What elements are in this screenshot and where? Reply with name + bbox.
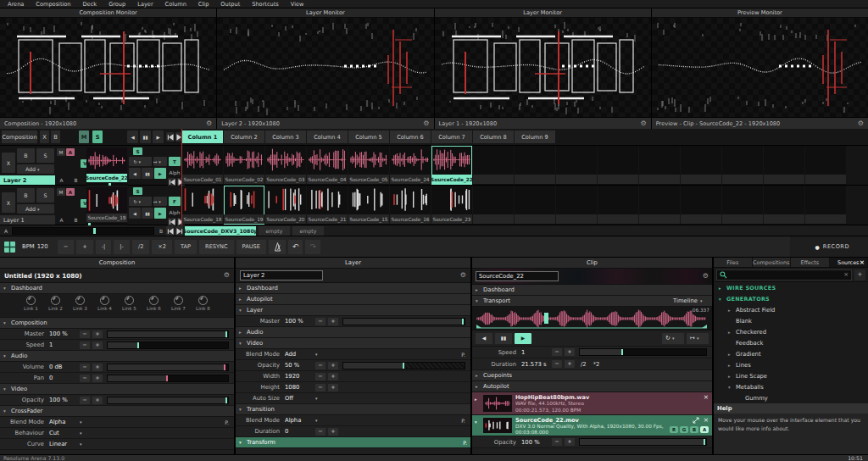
tab-compositions[interactable]: Compositions bbox=[753, 258, 792, 267]
menu-layer[interactable]: Layer bbox=[131, 1, 159, 8]
increment-button[interactable]: + bbox=[328, 373, 338, 380]
layer-mute-button[interactable]: M bbox=[57, 148, 65, 156]
section-header-audio[interactable]: ▾Audio bbox=[0, 351, 234, 362]
param-value[interactable]: Linear bbox=[49, 441, 80, 447]
decrement-button[interactable]: − bbox=[80, 330, 90, 338]
param-slider[interactable] bbox=[107, 364, 229, 371]
tab-files[interactable]: Files bbox=[714, 258, 753, 267]
empty-clip-cell[interactable] bbox=[639, 146, 680, 185]
prev-frame-button[interactable]: ◀ bbox=[129, 168, 141, 179]
section-header-video[interactable]: ▾Video bbox=[0, 384, 234, 395]
menu-clip[interactable]: Clip bbox=[192, 1, 214, 8]
increment-button[interactable]: + bbox=[328, 384, 338, 392]
clear-layer-button[interactable]: X bbox=[2, 192, 15, 213]
increment-button[interactable]: + bbox=[92, 330, 103, 338]
clip-name-input[interactable]: SourceCode_22 bbox=[476, 271, 559, 281]
record-button[interactable]: ●RECORD bbox=[790, 236, 868, 257]
master-solo-button[interactable]: S bbox=[92, 131, 103, 143]
scale-button-2[interactable]: /2 bbox=[577, 361, 590, 368]
clip-cell-sourcecode-05[interactable]: SourceCode_05 bbox=[348, 146, 389, 185]
dashboard-link-3[interactable]: Link 3 bbox=[71, 296, 90, 317]
clip-solo-button[interactable]: S bbox=[133, 187, 142, 195]
clear-all-button[interactable]: X bbox=[40, 131, 49, 143]
empty-clip-cell[interactable] bbox=[598, 186, 638, 225]
column-header-1[interactable]: Column 1 bbox=[182, 131, 223, 143]
empty-clip-cell[interactable] bbox=[598, 146, 638, 185]
clip-cell-sourcecode-23[interactable]: SourceCode_23 bbox=[431, 186, 472, 225]
layer-blend-dropdown[interactable]: Add▾ bbox=[17, 204, 54, 214]
loop-mode-button[interactable]: ↻▾ bbox=[662, 333, 684, 344]
param-value[interactable]: 1920 bbox=[285, 373, 315, 380]
column-header-4[interactable]: Column 4 bbox=[307, 131, 348, 143]
menu-shortcuts[interactable]: Shortcuts bbox=[246, 1, 285, 8]
video-file-card[interactable]: ▾SourceCode_22.movDXV 3.0 Normal Quality… bbox=[472, 415, 712, 436]
loop-mode-button[interactable]: ↻▾ bbox=[129, 157, 152, 166]
empty-clip-cell[interactable] bbox=[681, 146, 721, 185]
decrement-button[interactable]: − bbox=[315, 318, 326, 325]
layer-name[interactable]: Layer 2 bbox=[0, 175, 55, 185]
pause-button[interactable]: ▮▮ bbox=[142, 208, 153, 219]
pause-all-button[interactable]: ▮▮ bbox=[140, 131, 151, 143]
bpm-button-item[interactable]: − bbox=[58, 240, 75, 254]
menu-view[interactable]: View bbox=[285, 1, 310, 8]
section-header-audio[interactable]: ▸Audio bbox=[236, 327, 470, 338]
channel-a-chip[interactable]: A bbox=[700, 426, 709, 433]
active-clip-name[interactable]: SourceCode_22 bbox=[86, 174, 127, 182]
expand-icon[interactable] bbox=[693, 417, 699, 424]
menu-output[interactable]: Output bbox=[214, 1, 246, 8]
crossfade-a-assign[interactable]: A bbox=[58, 216, 65, 224]
dashboard-link-6[interactable]: Link 6 bbox=[145, 296, 164, 317]
channel-g-chip[interactable]: G bbox=[680, 426, 688, 433]
section-header-layer[interactable]: ▾Layer bbox=[236, 305, 470, 316]
param-value[interactable]: Off bbox=[285, 395, 315, 402]
bypass-all-button[interactable]: B bbox=[51, 131, 60, 143]
increment-button[interactable]: + bbox=[565, 438, 575, 446]
clip-cell-sourcecode-02[interactable]: SourceCode_02 bbox=[224, 146, 264, 185]
tab-effects[interactable]: Effects bbox=[791, 258, 830, 267]
empty-clip-cell[interactable] bbox=[681, 186, 721, 225]
layer-name-input[interactable]: Layer 2 bbox=[240, 270, 323, 280]
menu-column[interactable]: Column bbox=[159, 1, 192, 8]
settings-gear-icon[interactable]: ⚙ bbox=[206, 120, 212, 127]
empty-clip-cell[interactable] bbox=[764, 146, 804, 185]
clip-cell-sourcecode-21[interactable]: SourceCode_21 bbox=[307, 186, 348, 225]
param-value[interactable]: 50 % bbox=[285, 362, 315, 369]
bpm-value[interactable]: 120 bbox=[37, 243, 48, 250]
tree-item-gummy[interactable]: Gummy bbox=[714, 392, 868, 403]
tree-item-blank[interactable]: Blank bbox=[714, 315, 868, 326]
bpm-button-resync[interactable]: RESYNC bbox=[199, 240, 234, 254]
bpm-button-tap[interactable]: TAP bbox=[175, 240, 197, 254]
param-slider[interactable] bbox=[107, 397, 229, 404]
increment-button[interactable]: + bbox=[328, 428, 338, 436]
prev-column-button[interactable]: ◀ bbox=[127, 131, 138, 143]
param-value[interactable]: 21.573 s bbox=[521, 361, 552, 368]
bpm-button-item[interactable]: -| bbox=[96, 240, 112, 254]
crossfade-b-assign[interactable]: B bbox=[72, 176, 80, 184]
menu-group[interactable]: Group bbox=[103, 1, 131, 8]
dashboard-link-4[interactable]: Link 4 bbox=[96, 296, 114, 317]
settings-gear-icon[interactable]: ⚙ bbox=[423, 120, 429, 127]
param-value[interactable]: 1080 bbox=[285, 384, 315, 391]
solo-layer-button[interactable]: S bbox=[36, 148, 54, 163]
section-header-dashboard[interactable]: ▾Dashboard bbox=[0, 283, 234, 294]
decrement-button[interactable]: − bbox=[552, 360, 562, 368]
play-button[interactable]: ▶ bbox=[154, 168, 166, 179]
crossfade-a-assign[interactable]: A bbox=[58, 176, 65, 184]
deck-tab-3[interactable]: empty bbox=[292, 226, 324, 236]
beat-snap-button[interactable]: ↦▾ bbox=[153, 197, 167, 206]
loop-mode-button[interactable]: ↻▾ bbox=[129, 197, 152, 206]
param-slider[interactable] bbox=[579, 438, 707, 446]
section-header-transform[interactable]: ▾TransformP. bbox=[236, 437, 470, 448]
param-slider[interactable] bbox=[107, 342, 229, 349]
channel-r-chip[interactable]: R bbox=[670, 426, 678, 433]
tree-item-line-scape[interactable]: ▸Line Scape bbox=[714, 370, 868, 381]
clip-cell-sourcecode-19[interactable]: SourceCode_19 bbox=[224, 186, 264, 225]
decrement-button[interactable]: − bbox=[552, 348, 562, 356]
param-value[interactable]: 100 % bbox=[49, 397, 80, 403]
section-header-video[interactable]: ▾Video bbox=[236, 338, 470, 349]
column-header-2[interactable]: Column 2 bbox=[224, 131, 264, 143]
transport-mode-button[interactable]: F bbox=[169, 197, 181, 206]
clip-cell-sourcecode-03[interactable]: SourceCode_03 bbox=[265, 146, 306, 185]
undo-button[interactable]: ↶ bbox=[288, 240, 303, 254]
empty-clip-cell[interactable] bbox=[722, 146, 763, 185]
